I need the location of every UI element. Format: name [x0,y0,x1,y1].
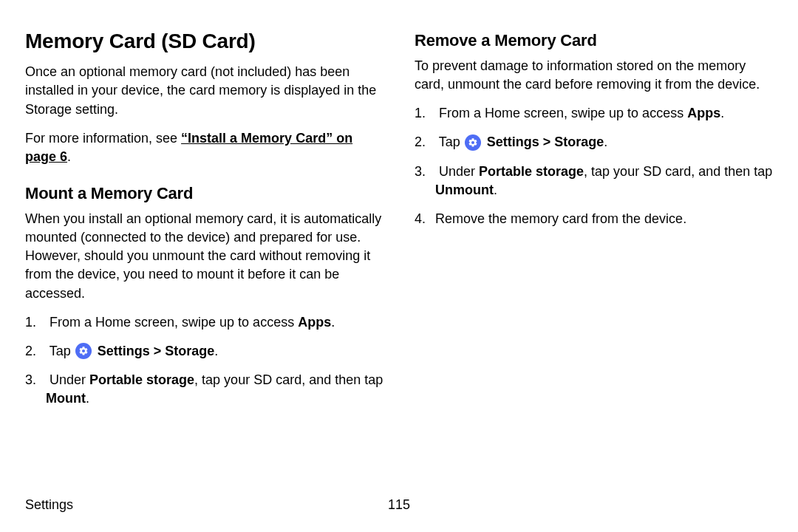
remove-heading: Remove a Memory Card [415,30,773,52]
portable-storage-label: Portable storage [479,164,584,179]
mount-step-1-text: From a Home screen, swipe up to access [50,315,298,330]
remove-step-3-mid: , tap your SD card, and then tap [584,164,772,179]
mount-step-2-prefix: Tap [50,344,75,358]
remove-step-1-text: From a Home screen, swipe up to access [439,106,687,120]
remove-step-2-suffix: . [604,134,607,149]
more-info-suffix: . [67,149,71,164]
mount-step-3-mid: , tap your SD card, and then tap [194,372,383,387]
more-info-paragraph: For more information, see “Install a Mem… [25,129,383,166]
remove-step-2-prefix: Tap [439,134,464,149]
mount-intro: When you install an optional memory card… [25,210,383,303]
page-title: Memory Card (SD Card) [25,27,383,55]
mount-steps-list: From a Home screen, swipe up to access A… [25,313,383,409]
page-columns: Memory Card (SD Card) Once an optional m… [25,27,773,419]
remove-step-3-suffix: . [494,183,497,197]
remove-step-1: From a Home screen, swipe up to access A… [415,104,773,123]
remove-intro: To prevent damage to information stored … [415,57,773,94]
remove-step-1-suffix: . [720,106,724,120]
intro-paragraph: Once an optional memory card (not includ… [25,63,383,119]
mount-label: Mount [46,391,86,406]
apps-label: Apps [687,106,720,120]
unmount-label: Unmount [435,183,494,197]
page-footer: Settings 115 [25,496,773,514]
settings-storage-path: Settings > Storage [487,134,604,149]
remove-step-4: Remove the memory card from the device. [415,210,773,228]
mount-step-2: Tap Settings > Storage. [25,342,383,361]
portable-storage-label: Portable storage [89,372,194,387]
page-number: 115 [388,496,410,514]
mount-step-2-suffix: . [214,344,218,358]
right-column: Remove a Memory Card To prevent damage t… [415,27,773,419]
mount-heading: Mount a Memory Card [25,183,383,205]
mount-step-1: From a Home screen, swipe up to access A… [25,313,383,332]
footer-section-label: Settings [25,496,73,514]
mount-step-3: Under Portable storage, tap your SD card… [25,371,383,408]
remove-steps-list: From a Home screen, swipe up to access A… [415,104,773,228]
settings-icon [465,134,481,151]
settings-icon [75,343,92,359]
mount-step-3-prefix: Under [50,372,89,387]
remove-step-2: Tap Settings > Storage. [415,133,773,151]
mount-step-3-suffix: . [86,391,89,406]
left-column: Memory Card (SD Card) Once an optional m… [25,27,383,419]
remove-step-3-prefix: Under [439,164,479,179]
mount-step-1-suffix: . [331,315,335,330]
more-info-prefix: For more information, see [25,131,181,146]
settings-storage-path: Settings > Storage [98,344,215,358]
remove-step-3: Under Portable storage, tap your SD card… [415,163,773,200]
apps-label: Apps [298,315,331,330]
